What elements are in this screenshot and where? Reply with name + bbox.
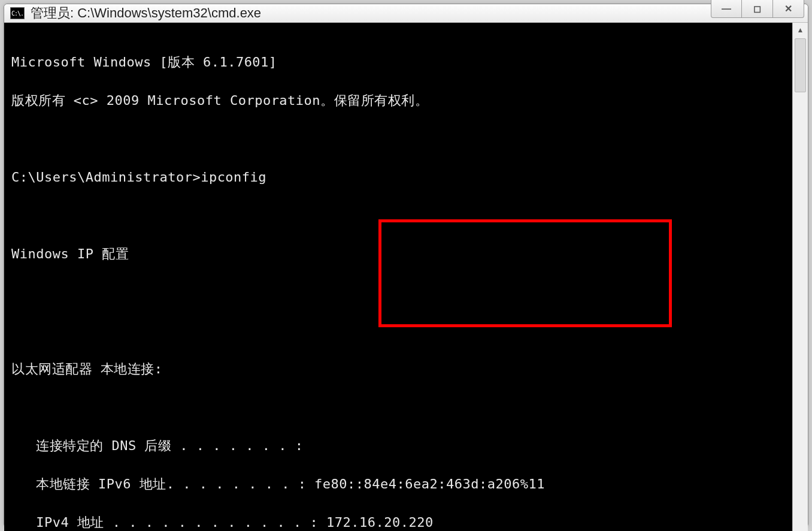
blank-line xyxy=(11,283,786,302)
blank-line xyxy=(11,321,786,340)
console-output[interactable]: Microsoft Windows [版本 6.1.7601] 版权所有 <c>… xyxy=(4,23,792,531)
cmd-window: C:\. 管理员: C:\Windows\system32\cmd.exe ― … xyxy=(4,4,808,527)
minimize-icon: ― xyxy=(722,4,731,14)
blank-line xyxy=(11,398,786,417)
vertical-scrollbar[interactable]: ▲ ▼ xyxy=(792,23,808,531)
titlebar[interactable]: C:\. 管理员: C:\Windows\system32\cmd.exe ― … xyxy=(4,4,808,23)
adapter1-header: 以太网适配器 本地连接: xyxy=(11,360,786,379)
close-button[interactable]: ✕ xyxy=(773,0,804,18)
adapter1-row: 本地链接 IPv6 地址. . . . . . . . : fe80::84e4… xyxy=(11,475,786,494)
ipconfig-header: Windows IP 配置 xyxy=(11,245,786,264)
prompt-ipconfig: C:\Users\Administrator>ipconfig xyxy=(11,168,786,187)
line-version: Microsoft Windows [版本 6.1.7601] xyxy=(11,53,786,72)
highlight-annotation xyxy=(378,219,672,327)
minimize-button[interactable]: ― xyxy=(711,0,742,18)
line-copyright: 版权所有 <c> 2009 Microsoft Corporation。保留所有… xyxy=(11,91,786,110)
scroll-thumb[interactable] xyxy=(795,38,806,92)
scroll-up-arrow-icon[interactable]: ▲ xyxy=(793,23,808,37)
maximize-icon: ◻ xyxy=(753,3,761,14)
window-title: 管理员: C:\Windows\system32\cmd.exe xyxy=(31,4,711,22)
adapter1-row: IPv4 地址 . . . . . . . . . . . . : 172.16… xyxy=(11,513,786,531)
blank-line xyxy=(11,206,786,225)
window-controls: ― ◻ ✕ xyxy=(711,0,804,18)
maximize-button[interactable]: ◻ xyxy=(742,0,773,18)
adapter1-row: 连接特定的 DNS 后缀 . . . . . . . : xyxy=(11,436,786,455)
close-icon: ✕ xyxy=(784,3,792,14)
client-area: Microsoft Windows [版本 6.1.7601] 版权所有 <c>… xyxy=(4,23,808,531)
cmd-app-icon: C:\. xyxy=(10,7,25,19)
blank-line xyxy=(11,129,786,149)
